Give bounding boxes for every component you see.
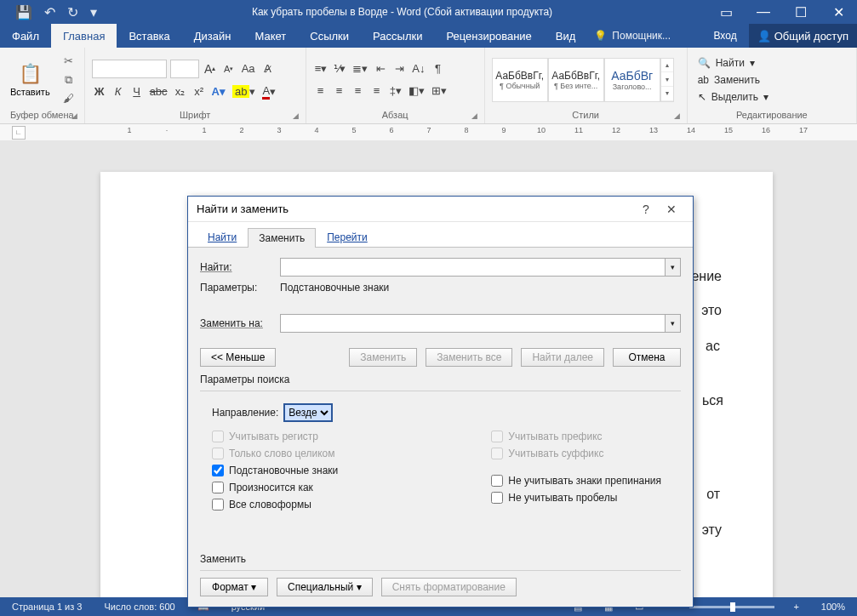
select-button[interactable]: ↖Выделить ▾ (694, 89, 849, 105)
copy-button[interactable]: ⧉ (60, 72, 77, 88)
dialog-tab-replace[interactable]: Заменить (248, 228, 316, 248)
styles-scroll-up[interactable]: ▴ (661, 59, 673, 73)
tell-me[interactable]: 💡 Помощник... (594, 24, 671, 48)
strike-button[interactable]: abc (148, 83, 169, 100)
find-dropdown-icon[interactable]: ▾ (666, 258, 681, 277)
align-center-button[interactable]: ≡ (332, 83, 347, 100)
login-button[interactable]: Вход (702, 24, 749, 48)
multilevel-button[interactable]: ≣▾ (351, 60, 369, 77)
zoom-slider[interactable] (689, 606, 774, 608)
numbering-button[interactable]: ⅟▾ (332, 60, 347, 77)
chk-sounds-like[interactable]: Произносится как (212, 482, 338, 493)
clear-format-button[interactable]: A̷ (260, 60, 276, 77)
chk-wildcards[interactable]: Подстановочные знаки (212, 465, 338, 476)
chk-ignore-punct[interactable]: Не учитывать знаки препинания (491, 475, 661, 487)
font-color-button[interactable]: A▾ (260, 83, 277, 100)
font-size-select[interactable] (170, 60, 199, 78)
replace-one-button[interactable]: Заменить (349, 348, 417, 367)
shrink-font-button[interactable]: A▾ (221, 60, 237, 77)
no-formatting-button[interactable]: Снять форматирование (381, 578, 517, 596)
ribbon-options-icon[interactable]: ▭ (707, 0, 745, 24)
cancel-button[interactable]: Отмена (613, 348, 681, 367)
sort-button[interactable]: A↓ (410, 60, 426, 77)
bold-button[interactable]: Ж (92, 83, 107, 100)
styles-expand[interactable]: ▾ (661, 87, 673, 101)
tab-references[interactable]: Ссылки (298, 24, 361, 48)
redo-icon[interactable]: ↻ (67, 4, 78, 20)
change-case-button[interactable]: Aa (240, 60, 257, 77)
text-effects-button[interactable]: A▾ (210, 83, 227, 100)
share-button[interactable]: 👤 Общий доступ (749, 24, 857, 48)
tab-mailings[interactable]: Рассылки (361, 24, 434, 48)
replace-dropdown-icon[interactable]: ▾ (666, 314, 681, 333)
justify-button[interactable]: ≡ (369, 83, 385, 100)
dialog-titlebar[interactable]: Найти и заменить ? ✕ (188, 197, 693, 222)
direction-select[interactable]: Везде (283, 403, 333, 422)
replace-button[interactable]: abЗаменить (694, 72, 849, 88)
underline-button[interactable]: Ч (129, 83, 145, 100)
tab-review[interactable]: Рецензирование (434, 24, 543, 48)
format-button[interactable]: Формат ▾ (200, 578, 268, 596)
tab-home[interactable]: Главная (51, 24, 117, 48)
special-button[interactable]: Специальный ▾ (277, 578, 373, 596)
dialog-help-button[interactable]: ? (633, 202, 659, 216)
status-page[interactable]: Страница 1 из 3 (9, 602, 85, 612)
highlight-button[interactable]: ab▾ (231, 83, 257, 100)
find-input[interactable] (280, 258, 666, 277)
replace-all-button[interactable]: Заменить все (426, 348, 512, 367)
chk-ignore-space[interactable]: Не учитывать пробелы (491, 492, 661, 504)
tab-insert[interactable]: Вставка (117, 24, 181, 48)
cut-button[interactable]: ✂ (60, 54, 77, 69)
subscript-button[interactable]: x₂ (173, 83, 188, 100)
maximize-icon[interactable]: ☐ (782, 0, 820, 24)
dialog-tab-goto[interactable]: Перейти (316, 227, 379, 247)
grow-font-button[interactable]: A▴ (203, 60, 218, 77)
clipboard-expand-icon[interactable]: ◢ (71, 111, 77, 120)
dialog-tab-find[interactable]: Найти (197, 227, 248, 247)
show-marks-button[interactable]: ¶ (430, 60, 445, 77)
horizontal-ruler[interactable]: 1·1234567891011121314151617 (111, 126, 857, 140)
zoom-in-button[interactable]: + (790, 602, 802, 612)
save-icon[interactable]: 💾 (15, 4, 32, 20)
bullets-button[interactable]: ≡▾ (313, 60, 329, 77)
align-left-button[interactable]: ≡ (313, 83, 329, 100)
replace-input[interactable] (280, 314, 666, 333)
style-normal[interactable]: АаБбВвГг,¶ Обычный (492, 58, 548, 102)
shading-button[interactable]: ◧▾ (407, 83, 426, 100)
style-no-spacing[interactable]: АаБбВвГг,¶ Без инте... (548, 58, 604, 102)
params-label: Параметры: (200, 282, 273, 294)
find-button[interactable]: 🔍Найти ▾ (694, 55, 849, 71)
qat-dropdown-icon[interactable]: ▾ (90, 4, 97, 20)
tab-view[interactable]: Вид (544, 24, 588, 48)
font-expand-icon[interactable]: ◢ (293, 111, 299, 120)
styles-expand-icon[interactable]: ◢ (674, 111, 680, 120)
cursor-icon: ↖ (698, 91, 706, 103)
undo-icon[interactable]: ↶ (44, 4, 55, 20)
close-icon[interactable]: ✕ (820, 0, 857, 24)
tab-file[interactable]: Файл (0, 24, 51, 48)
tab-design[interactable]: Дизайн (182, 24, 243, 48)
find-next-button[interactable]: Найти далее (521, 348, 604, 367)
decrease-indent-button[interactable]: ⇤ (373, 60, 388, 77)
line-spacing-button[interactable]: ‡▾ (388, 83, 403, 100)
paragraph-expand-icon[interactable]: ◢ (471, 111, 477, 120)
zoom-value[interactable]: 100% (818, 602, 848, 612)
borders-button[interactable]: ⊞▾ (430, 83, 448, 100)
font-family-select[interactable] (92, 60, 167, 78)
format-painter-button[interactable]: 🖌 (60, 91, 77, 106)
styles-scroll-down[interactable]: ▾ (661, 72, 673, 87)
italic-button[interactable]: К (111, 83, 126, 100)
less-button[interactable]: << Меньше (200, 348, 276, 367)
align-right-button[interactable]: ≡ (351, 83, 366, 100)
status-words[interactable]: Число слов: 600 (100, 602, 178, 612)
minimize-icon[interactable]: — (745, 0, 782, 24)
superscript-button[interactable]: x² (191, 83, 207, 100)
replace-icon: ab (698, 74, 709, 86)
chk-word-forms[interactable]: Все словоформы (212, 499, 338, 510)
paste-button[interactable]: 📋 Вставить (7, 61, 54, 99)
ruler-corner[interactable]: ∟ (12, 126, 26, 140)
increase-indent-button[interactable]: ⇥ (391, 60, 407, 77)
tab-layout[interactable]: Макет (243, 24, 298, 48)
dialog-close-button[interactable]: ✕ (659, 202, 684, 216)
style-heading1[interactable]: АаБбВгЗаголово... (604, 58, 660, 102)
